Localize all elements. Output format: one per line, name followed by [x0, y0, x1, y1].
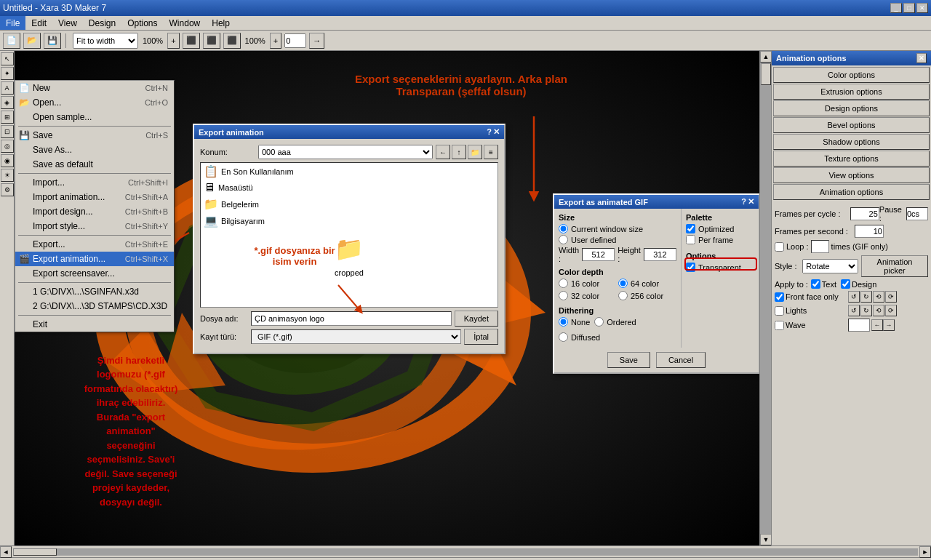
color-16-radio[interactable] — [559, 279, 568, 288]
design-apply-checkbox[interactable] — [841, 279, 850, 289]
gif-help-btn[interactable]: ? — [741, 197, 746, 207]
scroll-right-btn[interactable]: ► — [919, 546, 931, 558]
file-item-recent[interactable]: 📋 En Son Kullanılanım — [201, 163, 498, 180]
front-face-checkbox[interactable] — [775, 292, 784, 302]
close-btn[interactable]: ✕ — [916, 3, 928, 13]
design-options-btn[interactable]: Design options — [773, 100, 930, 116]
scroll-left-btn[interactable]: ◄ — [0, 546, 12, 558]
maximize-btn[interactable]: □ — [903, 3, 915, 13]
menu-import[interactable]: Import... Ctrl+Shift+I — [15, 175, 174, 190]
color-64-radio[interactable] — [618, 279, 628, 288]
light-1-icon[interactable]: ↺ — [848, 305, 860, 316]
lights-checkbox[interactable] — [775, 306, 784, 316]
file-item-desktop[interactable]: 🖥 Masaüstü — [201, 180, 498, 196]
color-256-radio[interactable] — [618, 291, 628, 300]
tool-8[interactable]: ☀ — [1, 169, 14, 182]
shadow-options-btn[interactable]: Shadow options — [773, 134, 930, 150]
spin-icon[interactable]: ⟳ — [885, 291, 897, 303]
menu-view[interactable]: View — [52, 16, 83, 30]
kayit-turu-select[interactable]: GIF (*.gif) — [251, 329, 461, 344]
back-btn[interactable]: ← — [436, 145, 450, 159]
minimize-btn[interactable]: _ — [890, 3, 902, 13]
light-2-icon[interactable]: ↻ — [860, 305, 872, 316]
opacity-inc[interactable]: + — [270, 33, 281, 49]
dither-diffused-radio[interactable] — [559, 332, 568, 342]
frames-per-cycle-input[interactable] — [850, 207, 879, 220]
menu-open[interactable]: 📂 Open... Ctrl+O — [15, 95, 174, 110]
animation-picker-btn[interactable]: Animation picker — [861, 255, 928, 277]
menu-new[interactable]: 📄 New Ctrl+N — [15, 81, 174, 95]
new-toolbar-btn[interactable]: 📄 — [3, 33, 20, 49]
rotate-right-icon[interactable]: ↻ — [860, 291, 872, 303]
menu-export-animation[interactable]: 🎬 Export animation... Ctrl+Shift+X — [15, 252, 174, 266]
bevel-options-btn[interactable]: Bevel options — [773, 117, 930, 133]
tool-3[interactable]: ◈ — [1, 96, 14, 109]
scroll-down-btn[interactable]: ▼ — [760, 534, 772, 545]
opacity-btn[interactable]: → — [309, 33, 324, 49]
pause-input[interactable] — [906, 207, 928, 220]
per-frame-checkbox[interactable] — [686, 235, 695, 244]
open-toolbar-btn[interactable]: 📂 — [23, 33, 41, 49]
align-center-btn[interactable]: ⬛ — [203, 33, 220, 49]
menu-save[interactable]: 💾 Save Ctrl+S — [15, 128, 174, 143]
menu-import-animation[interactable]: Import animation... Ctrl+Shift+A — [15, 190, 174, 204]
width-input[interactable] — [582, 248, 615, 261]
menu-options[interactable]: Options — [121, 16, 163, 30]
view-options-btn[interactable]: View options — [773, 167, 930, 183]
tool-2[interactable]: A — [1, 81, 14, 95]
fit-dropdown[interactable]: Fit to width — [73, 33, 138, 49]
main-file-area[interactable]: 📁 cropped — [201, 229, 498, 283]
light-4-icon[interactable]: ⟳ — [885, 305, 897, 316]
file-item-documents[interactable]: 📁 Belgelerim — [201, 196, 498, 212]
h-scroll-thumb[interactable] — [13, 548, 57, 556]
menu-open-sample[interactable]: Open sample... — [15, 110, 174, 124]
wave-right-icon[interactable]: → — [883, 319, 895, 331]
menu-save-as[interactable]: Save As... — [15, 143, 174, 157]
rotate-left-icon[interactable]: ↺ — [848, 291, 860, 303]
tool-5[interactable]: ⊡ — [1, 125, 14, 138]
menu-window[interactable]: Window — [164, 16, 207, 30]
color-options-btn[interactable]: Color options — [773, 67, 930, 83]
gif-close-btn[interactable]: ✕ — [748, 197, 754, 207]
frames-per-second-input[interactable] — [855, 225, 884, 238]
animation-options-btn[interactable]: Animation options — [773, 184, 930, 200]
texture-options-btn[interactable]: Texture options — [773, 151, 930, 167]
opacity-input[interactable] — [284, 33, 306, 48]
up-btn[interactable]: ↑ — [452, 145, 466, 159]
view-btn[interactable]: ≡ — [484, 145, 498, 159]
wave-left-icon[interactable]: ← — [871, 319, 883, 331]
align-left-btn[interactable]: ⬛ — [183, 33, 200, 49]
loop-checkbox[interactable] — [775, 242, 784, 252]
scroll-track[interactable] — [760, 63, 771, 534]
tool-4[interactable]: ⊞ — [1, 111, 14, 124]
size-user-radio[interactable] — [559, 235, 568, 244]
tool-6[interactable]: ◎ — [1, 140, 14, 153]
konum-combo[interactable]: 000 aaa — [258, 145, 433, 159]
h-scroll-track[interactable] — [13, 548, 918, 556]
text-apply-checkbox[interactable] — [811, 279, 820, 289]
save-toolbar-btn[interactable]: 💾 — [44, 33, 61, 49]
gif-cancel-btn[interactable]: Cancel — [656, 352, 706, 368]
file-item-computer[interactable]: 💻 Bilgisayarım — [201, 212, 498, 229]
tool-7[interactable]: ◉ — [1, 154, 14, 167]
menu-save-default[interactable]: Save as default — [15, 157, 174, 172]
zoom-in-btn[interactable]: + — [167, 33, 179, 49]
menu-recent-2[interactable]: 2 G:\DIVX\...\3D STAMPS\CD.X3D — [15, 299, 174, 313]
menu-edit[interactable]: Edit — [25, 16, 52, 30]
bounce-icon[interactable]: ⟲ — [873, 291, 884, 303]
color-32-radio[interactable] — [559, 291, 568, 300]
menu-file[interactable]: File — [0, 16, 25, 30]
style-select[interactable]: Rotate — [802, 259, 858, 273]
tool-1[interactable]: ✦ — [1, 67, 14, 80]
menu-help[interactable]: Help — [206, 16, 236, 30]
dialog-close-btn[interactable]: ✕ — [493, 127, 500, 137]
height-input[interactable] — [644, 248, 676, 261]
menu-export-screensaver[interactable]: Export screensaver... — [15, 266, 174, 281]
scroll-up-btn[interactable]: ▲ — [760, 51, 772, 63]
panel-close-btn[interactable]: ✕ — [916, 53, 927, 63]
optimized-checkbox[interactable] — [686, 224, 695, 233]
size-current-radio[interactable] — [559, 224, 568, 233]
menu-design[interactable]: Design — [83, 16, 121, 30]
tool-select[interactable]: ↖ — [1, 52, 14, 65]
tool-9[interactable]: ⚙ — [1, 183, 14, 196]
